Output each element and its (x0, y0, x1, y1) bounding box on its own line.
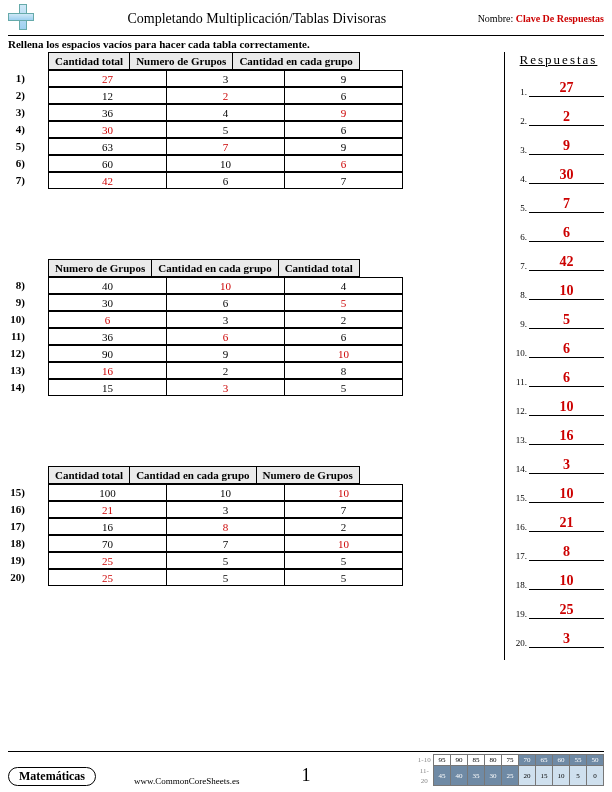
table-cell: 5 (167, 570, 285, 586)
table-cell: 10 (167, 156, 285, 172)
row-number: 12) (8, 345, 28, 362)
table-cell: 10 (167, 278, 285, 294)
answer-value: 5 (529, 312, 604, 329)
footer-url: www.CommonCoreSheets.es (134, 776, 239, 786)
table-cell: 6 (285, 122, 403, 138)
answer-row: 16.21 (513, 515, 604, 532)
row-number: 9) (8, 294, 28, 311)
column-header: Cantidad total (278, 260, 359, 277)
answer-number: 13. (513, 435, 527, 445)
score-label: 11-20 (417, 766, 434, 786)
table-cell: 7 (285, 173, 403, 189)
table-cell: 2 (167, 88, 285, 104)
table-cell: 6 (167, 329, 285, 345)
row-number: 8) (8, 277, 28, 294)
answer-value: 10 (529, 486, 604, 503)
row-number: 20) (8, 569, 28, 586)
table-cell: 4 (285, 278, 403, 294)
table-cell: 6 (285, 88, 403, 104)
score-cell: 80 (485, 755, 502, 766)
answer-value: 6 (529, 370, 604, 387)
page-number: 1 (302, 765, 311, 786)
score-cell: 45 (434, 766, 451, 786)
score-cell: 15 (536, 766, 553, 786)
score-cell: 85 (468, 755, 485, 766)
score-cell: 75 (502, 755, 519, 766)
table-cell: 5 (167, 553, 285, 569)
row-number: 16) (8, 501, 28, 518)
answer-number: 7. (513, 261, 527, 271)
column-header: Cantidad en cada grupo (152, 260, 278, 277)
table-cell: 8 (167, 519, 285, 535)
answer-row: 13.16 (513, 428, 604, 445)
table-cell: 30 (49, 295, 167, 311)
answer-value: 6 (529, 341, 604, 358)
answer-value: 27 (529, 80, 604, 97)
column-header: Cantidad total (49, 53, 130, 70)
answer-row: 11.6 (513, 370, 604, 387)
table-cell: 25 (49, 570, 167, 586)
row-number: 10) (8, 311, 28, 328)
table-cell: 36 (49, 329, 167, 345)
answer-value: 10 (529, 573, 604, 590)
row-number: 18) (8, 535, 28, 552)
score-cell: 50 (587, 755, 604, 766)
table-cell: 25 (49, 553, 167, 569)
answer-number: 3. (513, 145, 527, 155)
subject-badge: Matemáticas (8, 767, 96, 786)
answer-value: 16 (529, 428, 604, 445)
table-cell: 7 (285, 502, 403, 518)
answer-value: 2 (529, 109, 604, 126)
table-cell: 3 (167, 312, 285, 328)
score-cell: 10 (553, 766, 570, 786)
table-2: Numero de GruposCantidad en cada grupoCa… (8, 259, 500, 396)
score-cell: 55 (570, 755, 587, 766)
logo-cross-icon (8, 4, 38, 34)
score-grid: 1-109590858075706560555011-2045403530252… (417, 754, 605, 786)
answer-value: 10 (529, 399, 604, 416)
table-cell: 90 (49, 346, 167, 362)
answer-row: 8.10 (513, 283, 604, 300)
answer-row: 6.6 (513, 225, 604, 242)
answer-row: 20.3 (513, 631, 604, 648)
column-header: Cantidad en cada grupo (130, 467, 256, 484)
answer-row: 15.10 (513, 486, 604, 503)
score-cell: 35 (468, 766, 485, 786)
footer: Matemáticas www.CommonCoreSheets.es 1 1-… (8, 751, 604, 786)
instruction-text: Rellena los espacios vacíos para hacer c… (8, 38, 604, 50)
answer-number: 9. (513, 319, 527, 329)
score-cell: 65 (536, 755, 553, 766)
answer-number: 5. (513, 203, 527, 213)
table-cell: 9 (285, 105, 403, 121)
answer-value: 8 (529, 544, 604, 561)
table-cell: 10 (285, 485, 403, 501)
table-cell: 6 (285, 329, 403, 345)
score-cell: 90 (451, 755, 468, 766)
table-cell: 30 (49, 122, 167, 138)
answer-number: 20. (513, 638, 527, 648)
answer-row: 9.5 (513, 312, 604, 329)
answer-value: 21 (529, 515, 604, 532)
row-number: 17) (8, 518, 28, 535)
score-cell: 95 (434, 755, 451, 766)
row-number: 4) (8, 121, 28, 138)
table-cell: 42 (49, 173, 167, 189)
table-cell: 2 (167, 363, 285, 379)
name-field: Nombre: Clave De Respuestas (478, 13, 604, 24)
answer-value: 6 (529, 225, 604, 242)
row-number: 19) (8, 552, 28, 569)
answer-number: 15. (513, 493, 527, 503)
table-cell: 3 (167, 71, 285, 87)
table-cell: 10 (285, 346, 403, 362)
table-cell: 10 (285, 536, 403, 552)
answer-value: 25 (529, 602, 604, 619)
table-cell: 10 (167, 485, 285, 501)
table-cell: 16 (49, 363, 167, 379)
answer-number: 4. (513, 174, 527, 184)
answer-value: 42 (529, 254, 604, 271)
score-cell: 5 (570, 766, 587, 786)
table-cell: 6 (167, 295, 285, 311)
table-cell: 5 (285, 295, 403, 311)
header: Completando Multiplicación/Tablas Diviso… (8, 4, 604, 36)
answer-value: 10 (529, 283, 604, 300)
